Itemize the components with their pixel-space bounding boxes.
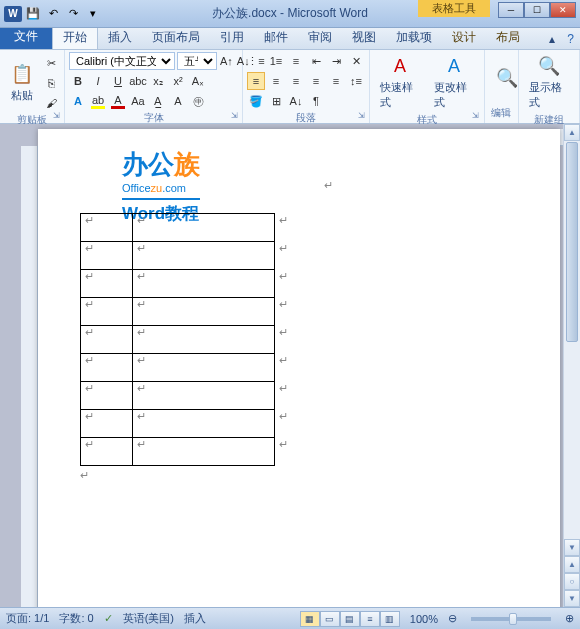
table-cell[interactable]: ↵	[81, 242, 133, 270]
decrease-indent-icon[interactable]: ⇤	[307, 52, 325, 70]
cut-icon[interactable]: ✂	[42, 54, 60, 72]
scroll-thumb[interactable]	[566, 142, 578, 342]
vertical-scrollbar[interactable]: ▲ ▼ ▲ ○ ▼	[563, 124, 580, 607]
insert-mode-status[interactable]: 插入	[184, 611, 206, 626]
tab-table-design[interactable]: 设计	[442, 26, 486, 49]
justify-icon[interactable]: ≡	[307, 72, 325, 90]
draft-view-icon[interactable]: ▥	[380, 611, 400, 627]
tab-page-layout[interactable]: 页面布局	[142, 26, 210, 49]
table-cell[interactable]: ↵	[81, 298, 133, 326]
subscript-button[interactable]: x₂	[149, 72, 167, 90]
strikethrough-button[interactable]: abc	[129, 72, 147, 90]
borders-icon[interactable]: ⊞	[267, 92, 285, 110]
vertical-ruler[interactable]	[21, 146, 38, 607]
grow-font-icon[interactable]: A↑	[219, 52, 234, 70]
table-cell[interactable]: ↵	[81, 410, 133, 438]
paste-button[interactable]: 📋 粘贴	[4, 52, 40, 112]
clipboard-launcher-icon[interactable]: ⇲	[50, 109, 62, 121]
browse-object-icon[interactable]: ○	[564, 573, 580, 590]
table-cell[interactable]: ↵	[81, 382, 133, 410]
bullets-icon[interactable]: ⋮≡	[247, 52, 265, 70]
character-border-icon[interactable]: A	[169, 92, 187, 110]
document-table[interactable]: ↵↵↵ ↵↵↵ ↵↵↵ ↵↵↵ ↵↵↵ ↵↵↵ ↵↵↵ ↵↵↵ ↵↵↵	[80, 213, 276, 466]
show-formatting-button[interactable]: 🔍 显示格式	[523, 52, 575, 112]
enclose-characters-icon[interactable]: ㊥	[189, 92, 207, 110]
italic-button[interactable]: I	[89, 72, 107, 90]
align-left-icon[interactable]: ≡	[247, 72, 265, 90]
shading-icon[interactable]: 🪣	[247, 92, 265, 110]
table-cell[interactable]: ↵	[133, 242, 275, 270]
zoom-slider-thumb[interactable]	[509, 613, 517, 625]
change-styles-button[interactable]: A 更改样式	[428, 52, 480, 112]
paragraph-launcher-icon[interactable]: ⇲	[355, 109, 367, 121]
document-page[interactable]: 办公族 Officezu.com Word教程 ↵ ↵↵↵ ↵↵↵ ↵↵↵ ↵↵…	[38, 129, 560, 607]
next-page-icon[interactable]: ▼	[564, 590, 580, 607]
tab-addins[interactable]: 加载项	[386, 26, 442, 49]
table-cell[interactable]: ↵	[133, 354, 275, 382]
bold-button[interactable]: B	[69, 72, 87, 90]
change-case-icon[interactable]: A̲	[149, 92, 167, 110]
sort-icon[interactable]: A↓	[287, 92, 305, 110]
text-effects-icon[interactable]: A	[69, 92, 87, 110]
redo-icon[interactable]: ↷	[64, 5, 82, 23]
zoom-in-button[interactable]: ⊕	[565, 612, 574, 625]
tab-table-layout[interactable]: 布局	[486, 26, 530, 49]
outline-view-icon[interactable]: ≡	[360, 611, 380, 627]
highlight-color-icon[interactable]: ab	[89, 92, 107, 110]
ribbon-minimize-icon[interactable]: ▴	[543, 29, 561, 49]
multilevel-list-icon[interactable]: ≡	[287, 52, 305, 70]
font-color-icon[interactable]: A	[109, 92, 127, 110]
table-cell[interactable]: ↵	[81, 270, 133, 298]
spell-check-icon[interactable]: ✓	[104, 612, 113, 625]
clear-formatting-icon[interactable]: Aₓ	[189, 72, 207, 90]
web-layout-view-icon[interactable]: ▤	[340, 611, 360, 627]
table-cell[interactable]: ↵	[133, 214, 275, 242]
tab-view[interactable]: 视图	[342, 26, 386, 49]
table-cell[interactable]: ↵	[81, 354, 133, 382]
table-cell[interactable]: ↵	[133, 326, 275, 354]
tab-review[interactable]: 审阅	[298, 26, 342, 49]
show-hide-marks-icon[interactable]: ¶	[307, 92, 325, 110]
tab-mailings[interactable]: 邮件	[254, 26, 298, 49]
superscript-button[interactable]: x²	[169, 72, 187, 90]
tab-home[interactable]: 开始	[52, 25, 98, 49]
styles-launcher-icon[interactable]: ⇲	[470, 109, 482, 121]
zoom-level[interactable]: 100%	[410, 613, 438, 625]
scroll-up-icon[interactable]: ▲	[564, 124, 580, 141]
word-count-status[interactable]: 字数: 0	[59, 611, 93, 626]
maximize-button[interactable]: ☐	[524, 2, 550, 18]
font-size-select[interactable]: 五号	[177, 52, 217, 70]
print-layout-view-icon[interactable]: ▦	[300, 611, 320, 627]
increase-indent-icon[interactable]: ⇥	[327, 52, 345, 70]
table-cell[interactable]: ↵	[81, 438, 133, 466]
distributed-icon[interactable]: ≡	[327, 72, 345, 90]
qat-customize-icon[interactable]: ▾	[84, 5, 102, 23]
page-number-status[interactable]: 页面: 1/1	[6, 611, 49, 626]
zoom-slider[interactable]	[471, 617, 551, 621]
minimize-button[interactable]: ─	[498, 2, 524, 18]
table-cell[interactable]: ↵	[133, 298, 275, 326]
asian-layout-icon[interactable]: ✕	[347, 52, 365, 70]
numbering-icon[interactable]: 1≡	[267, 52, 285, 70]
tab-insert[interactable]: 插入	[98, 26, 142, 49]
phonetic-guide-icon[interactable]: Aa	[129, 92, 147, 110]
undo-icon[interactable]: ↶	[44, 5, 62, 23]
copy-icon[interactable]: ⎘	[42, 74, 60, 92]
underline-button[interactable]: U	[109, 72, 127, 90]
line-spacing-icon[interactable]: ↕≡	[347, 72, 365, 90]
table-cell[interactable]: ↵	[133, 270, 275, 298]
save-icon[interactable]: 💾	[24, 5, 42, 23]
quick-styles-button[interactable]: A 快速样式	[374, 52, 426, 112]
previous-page-icon[interactable]: ▲	[564, 556, 580, 573]
help-icon[interactable]: ?	[561, 29, 580, 49]
align-center-icon[interactable]: ≡	[267, 72, 285, 90]
align-right-icon[interactable]: ≡	[287, 72, 305, 90]
table-cell[interactable]: ↵	[133, 438, 275, 466]
font-launcher-icon[interactable]: ⇲	[228, 109, 240, 121]
font-name-select[interactable]: Calibri (中文正文)	[69, 52, 175, 70]
table-cell[interactable]: ↵	[81, 214, 133, 242]
full-screen-view-icon[interactable]: ▭	[320, 611, 340, 627]
table-cell[interactable]: ↵	[133, 382, 275, 410]
close-button[interactable]: ✕	[550, 2, 576, 18]
scroll-down-icon[interactable]: ▼	[564, 539, 580, 556]
